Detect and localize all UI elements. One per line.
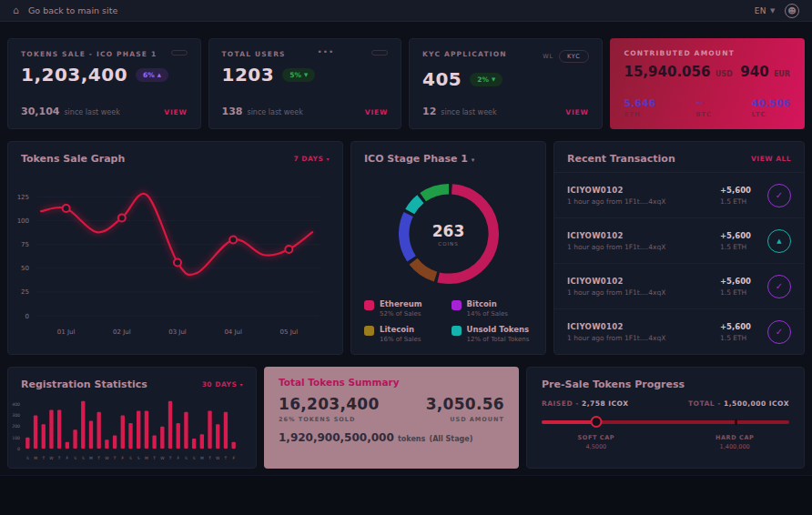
trend-arrow-icon: ▼ [304, 72, 308, 77]
stat-card-title: KYC APPLICATION [422, 50, 507, 58]
back-to-main-site-link[interactable]: Go back to main site [28, 5, 117, 15]
presale-progress-panel: Pre-Sale Tokens Progress RAISED - 2,758 … [526, 367, 805, 469]
stat-value: 405 [422, 68, 462, 90]
eth-value: 1.5 ETH [720, 243, 751, 251]
transaction-info: ICIYOW0102 1 hour ago from 1F1t....4xqX [567, 231, 665, 251]
svg-text:04 Jul: 04 Jul [224, 328, 242, 336]
transaction-id: ICIYOW0102 [567, 277, 665, 286]
kyc-wl-tabs [166, 50, 188, 56]
hard-cap-value: 1,400,000 [716, 443, 755, 450]
legend-swatch [452, 300, 462, 310]
range-label: 7 DAYS [293, 155, 323, 163]
svg-text:T: T [57, 456, 61, 460]
svg-text:T: T [224, 456, 228, 460]
svg-text:T: T [113, 456, 117, 460]
transaction-row[interactable]: ICIYOW0102 1 hour ago from 1F1t....4xqX … [554, 264, 804, 309]
chevron-down-icon: ▼ [770, 7, 776, 15]
chevron-down-icon: ▾ [326, 156, 330, 162]
check-icon: ✓ [767, 184, 791, 207]
tab-kyc[interactable] [171, 50, 188, 56]
legend-text: Litecoin 16% of Sales [380, 325, 421, 343]
tab-kyc[interactable]: KYC [559, 50, 589, 63]
legend-text: Unsold Tokens 12% of Total Tokens [467, 325, 530, 343]
hard-cap-label: HARD CAP 1,400,000 [716, 434, 755, 450]
legend-name: Bitcoin [467, 299, 508, 308]
amount-value: +5,600 [720, 231, 751, 240]
stat-card-header: TOKENS SALE - ICO PHASE 1 [21, 50, 188, 58]
eth-value: 1.5 ETH [720, 197, 751, 206]
total-label: TOTAL - 1,500,000 ICOX [688, 399, 789, 408]
trend-arrow-icon: ▼ [492, 76, 495, 82]
raised-label: RAISED - 2,758 ICOX [542, 399, 629, 408]
legend-name: Ethereum [380, 299, 422, 308]
view-button[interactable]: VIEW [365, 108, 388, 116]
transaction-amount: +5,600 1.5 ETH [720, 277, 751, 297]
chevron-down-icon: ▾ [239, 381, 243, 388]
topbar: ⌂ Go back to main site EN ▼ ☻ [0, 0, 812, 22]
view-button[interactable]: VIEW [565, 108, 588, 116]
svg-text:400: 400 [12, 402, 20, 407]
total-caption: TOTAL - [688, 399, 721, 408]
language-label: EN [755, 6, 766, 15]
range-dropdown-30days[interactable]: 30 DAYS ▾ [202, 380, 243, 389]
usd-value: 15,940.056 [624, 64, 711, 80]
panel-title: Pre-Sale Tokens Progress [542, 379, 789, 390]
svg-text:200: 200 [12, 424, 20, 429]
btc-value: ~ [695, 97, 712, 109]
legend-swatch [452, 326, 462, 336]
transaction-id: ICIYOW0102 [567, 322, 665, 331]
delta-caption: since last week [441, 108, 496, 116]
transaction-row[interactable]: ICIYOW0102 1 hour ago from 1F1t....4xqX … [554, 173, 804, 218]
panel-header: ICO Stage Phase 1 ▾ [351, 142, 545, 172]
kyc-wl-tabs [366, 50, 388, 56]
stat-value-line: 405 2% ▼ [422, 68, 589, 90]
legend-text: Ethereum 52% of Sales [380, 299, 422, 318]
view-all-button[interactable]: VIEW ALL [751, 155, 791, 163]
trend-arrow-icon: ▲ [157, 72, 161, 77]
ico-stage-dropdown[interactable]: ICO Stage Phase 1 ▾ [364, 153, 474, 165]
svg-text:F: F [66, 456, 69, 460]
dashboard-page: TOKENS SALE - ICO PHASE 1 1,203,400 6% ▲… [0, 22, 812, 469]
check-icon: ✓ [767, 320, 791, 344]
language-selector[interactable]: EN ▼ [755, 6, 776, 15]
usd-amount-value: 3,050.56 [426, 395, 504, 413]
ltc-amount: 40.506 LTC [752, 97, 790, 118]
svg-text:100: 100 [12, 436, 20, 440]
legend-swatch [364, 300, 374, 310]
stat-card-title: TOTAL USERS [222, 50, 286, 58]
donut-center: 263 COINS [389, 174, 509, 294]
svg-text:0: 0 [25, 313, 29, 320]
legend-name: Litecoin [380, 325, 421, 334]
amount-value: +5,600 [720, 186, 751, 195]
total-value: 1,500,000 ICOX [724, 399, 789, 408]
soft-cap-label: SOFT CAP 4,5000 [577, 434, 614, 450]
stat-card: TOKENS SALE - ICO PHASE 1 1,203,400 6% ▲… [7, 38, 201, 129]
usd-amount-caption: USD AMOUNT [426, 416, 504, 423]
ico-stage-panel: ICO Stage Phase 1 ▾ 263 COINS Ethereum 5… [350, 141, 546, 355]
transaction-row[interactable]: ICIYOW0102 1 hour ago from 1F1t....4xqX … [554, 218, 804, 264]
tokens-sold-value: 16,203,400 [279, 395, 380, 413]
transaction-row[interactable]: ICIYOW0102 1 hour ago from 1F1t....4xqX … [554, 309, 804, 354]
ltc-value: 40.506 [752, 97, 790, 109]
slider-handle[interactable] [590, 416, 602, 428]
tab-wl[interactable]: WL [543, 53, 553, 60]
transaction-detail: 1 hour ago from 1F1t....4xqX [567, 243, 665, 251]
stat-card-footer: 12 since last week VIEW [422, 106, 589, 117]
svg-text:W: W [160, 456, 165, 460]
hard-cap-caption: HARD CAP [716, 434, 755, 441]
svg-text:S: S [82, 456, 85, 460]
stat-cards-row: TOKENS SALE - ICO PHASE 1 1,203,400 6% ▲… [7, 38, 805, 129]
view-button[interactable]: VIEW [164, 108, 187, 116]
more-options-icon[interactable]: ••• [317, 50, 334, 54]
user-avatar[interactable]: ☻ [785, 4, 799, 18]
raised-caption: RAISED - [542, 399, 579, 408]
percent-value: 6% [143, 71, 155, 79]
raised-value: 2,758 ICOX [582, 399, 629, 408]
registration-statistics-panel: Registration Statistics 30 DAYS ▾ 010020… [7, 367, 257, 469]
presale-progress-slider[interactable] [542, 416, 789, 429]
tab-kyc[interactable] [371, 50, 388, 56]
eur-unit: EUR [774, 70, 790, 78]
range-dropdown-7days[interactable]: 7 DAYS ▾ [293, 155, 330, 163]
panel-header: Registration Statistics 30 DAYS ▾ [8, 368, 256, 392]
presale-labels: RAISED - 2,758 ICOX TOTAL - 1,500,000 IC… [542, 399, 789, 408]
